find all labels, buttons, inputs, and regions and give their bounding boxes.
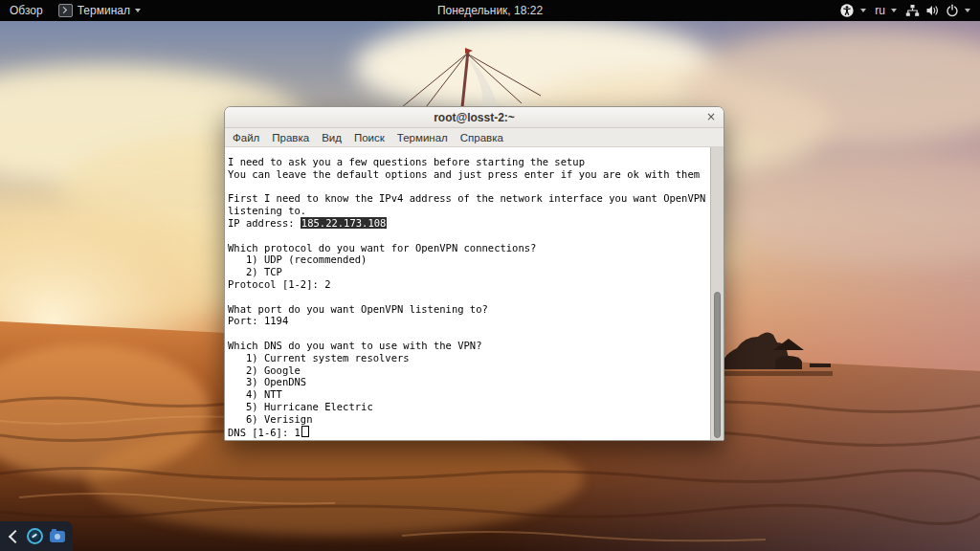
menu-item[interactable]: Терминал xyxy=(397,132,448,143)
terminal-line: 3) OpenDNS xyxy=(228,376,708,388)
chevron-down-icon xyxy=(135,9,141,12)
terminal-line: Which protocol do you want for OpenVPN c… xyxy=(228,242,708,254)
terminal-line: 1) UDP (recommended) xyxy=(228,253,708,266)
terminal-line xyxy=(228,327,708,340)
terminal-line: 2) Google xyxy=(228,364,708,377)
terminal-line: Which DNS do you want to use with the VP… xyxy=(228,340,708,352)
volume-icon xyxy=(925,4,940,17)
clock-label: Понедельник, 18:22 xyxy=(437,4,543,17)
terminal-line: 5) Hurricane Electric xyxy=(228,401,708,413)
terminal-line: 1) Current system resolvers xyxy=(228,352,708,364)
scrollbar[interactable] xyxy=(710,147,724,440)
terminal-line xyxy=(228,230,708,242)
menu-item[interactable]: Поиск xyxy=(354,132,385,143)
scrollbar-thumb[interactable] xyxy=(714,292,721,438)
network-wired-icon xyxy=(905,4,920,17)
terminal-line: I need to ask you a few questions before… xyxy=(228,156,708,168)
terminal-content[interactable]: I need to ask you a few questions before… xyxy=(225,147,710,440)
bottom-dock xyxy=(0,521,73,551)
accessibility-icon xyxy=(839,3,855,18)
terminal-line: Port: 1194 xyxy=(228,315,708,327)
accessibility-menu-button[interactable] xyxy=(839,3,866,18)
terminal-window: root@losst-2:~ × ФайлПравкаВидПоискТерми… xyxy=(224,106,724,441)
window-title: root@losst-2:~ xyxy=(434,111,515,124)
terminal-line: What port do you want OpenVPN listening … xyxy=(228,303,708,316)
screenshot-shutter-icon[interactable] xyxy=(27,528,43,544)
terminal-line: listening to. xyxy=(228,205,708,217)
menu-item[interactable]: Правка xyxy=(272,132,309,143)
keyboard-layout-button[interactable]: ru xyxy=(875,4,897,17)
window-titlebar[interactable]: root@losst-2:~ × xyxy=(225,107,724,128)
terminal-line: 2) TCP xyxy=(228,266,708,278)
chevron-down-icon xyxy=(965,9,970,12)
activities-button[interactable]: Обзор xyxy=(10,4,43,17)
terminal-line: Protocol [1-2]: 2 xyxy=(228,278,708,291)
terminal-line: 4) NTT xyxy=(228,388,708,401)
menu-item[interactable]: Вид xyxy=(322,132,342,143)
clock-button[interactable]: Понедельник, 18:22 xyxy=(437,4,543,17)
dock-chevron-icon[interactable] xyxy=(9,529,22,542)
terminal-line xyxy=(228,291,708,303)
terminal-line: You can leave the default options and ju… xyxy=(228,168,708,181)
terminal-cursor xyxy=(301,426,309,437)
terminal-line: 6) Verisign xyxy=(228,413,708,426)
terminal-line: DNS [1-6]: 1 xyxy=(228,426,708,439)
app-menu-label: Терминал xyxy=(78,4,130,17)
terminal-line: First I need to know the IPv4 address of… xyxy=(228,192,708,205)
power-icon xyxy=(946,4,959,17)
keyboard-layout-label: ru xyxy=(875,4,885,17)
chevron-down-icon xyxy=(891,9,897,12)
top-bar: Обзор Терминал Понедельник, 18:22 ru xyxy=(0,0,980,21)
system-status-menu[interactable] xyxy=(905,4,970,17)
terminal-line xyxy=(228,181,708,193)
menu-item[interactable]: Справка xyxy=(460,132,503,143)
terminal-app-icon xyxy=(58,4,73,17)
activities-label: Обзор xyxy=(10,4,43,17)
close-button[interactable]: × xyxy=(706,110,716,123)
chevron-down-icon xyxy=(860,9,866,12)
selected-text: 185.22.173.108 xyxy=(301,217,388,229)
camera-app-icon[interactable] xyxy=(50,531,65,542)
terminal-line: IP address: 185.22.173.108 xyxy=(228,217,708,230)
menu-item[interactable]: Файл xyxy=(233,132,259,143)
menu-bar: ФайлПравкаВидПоискТерминалСправка xyxy=(225,128,724,147)
app-menu-button[interactable]: Терминал xyxy=(58,4,141,17)
terminal-area: I need to ask you a few questions before… xyxy=(225,147,724,440)
